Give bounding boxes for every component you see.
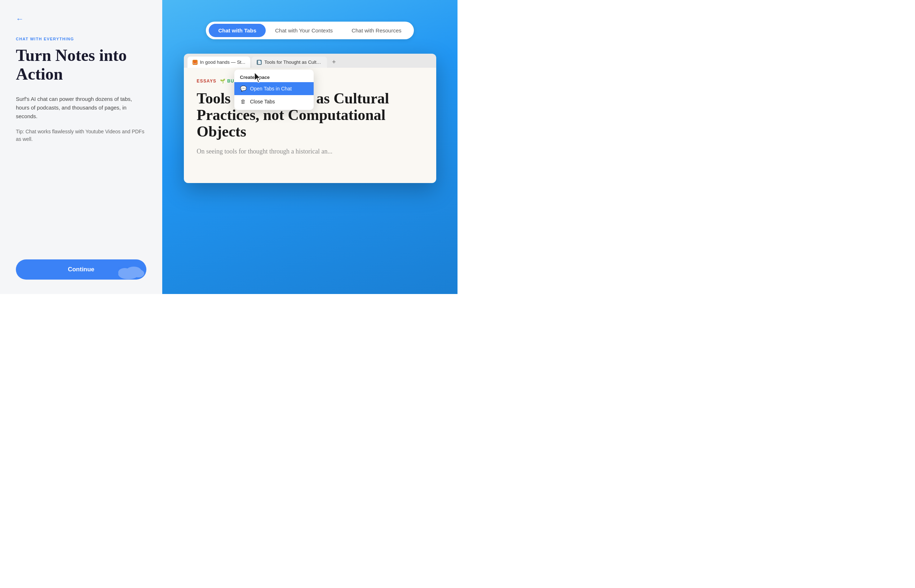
context-menu: Create Space 💬 Open Tabs in Chat 🗑 Close… — [234, 69, 314, 110]
description-text: Surf's AI chat can power through dozens … — [16, 95, 146, 121]
browser-window: 🦊 In good hands — St... 📄 Tools for Thou… — [184, 54, 436, 183]
tab-chat-contexts[interactable]: Chat with Your Contexts — [266, 24, 342, 37]
browser-tab-1[interactable]: 📄 Tools for Thought as Cultural Practi..… — [252, 57, 327, 68]
firefox-tab-icon: 🦊 — [193, 60, 198, 65]
trash-icon: 🗑 — [240, 99, 246, 105]
back-button[interactable]: ← — [16, 15, 24, 24]
chat-bubble-icon: 💬 — [240, 86, 246, 92]
tab-switcher: Chat with Tabs Chat with Your Contexts C… — [206, 22, 413, 39]
cloud-decoration-icon — [118, 262, 146, 279]
context-menu-item-label-0: Open Tabs in Chat — [250, 86, 292, 92]
continue-button[interactable]: Continue — [16, 259, 146, 279]
section-label: CHAT WITH EVERYTHING — [16, 37, 146, 41]
tab-chat-tabs[interactable]: Chat with Tabs — [209, 24, 266, 37]
essay-label: ESSAYS — [197, 79, 217, 84]
tab-chat-resources[interactable]: Chat with Resources — [342, 24, 411, 37]
new-tab-button[interactable]: + — [329, 58, 338, 67]
right-panel: Chat with Tabs Chat with Your Contexts C… — [162, 0, 458, 294]
seedling-icon: 🌱 — [220, 79, 226, 84]
svg-point-3 — [133, 270, 144, 278]
article-subtitle: On seeing tools for thought through a hi… — [197, 147, 423, 157]
left-panel: ← CHAT WITH EVERYTHING Turn Notes into A… — [0, 0, 162, 294]
context-menu-header: Create Space — [234, 72, 314, 82]
main-title: Turn Notes into Action — [16, 46, 146, 83]
context-menu-item-label-1: Close Tabs — [250, 99, 275, 105]
context-menu-item-close-tabs[interactable]: 🗑 Close Tabs — [234, 95, 314, 108]
browser-tab-label-1: Tools for Thought as Cultural Practi... — [264, 60, 322, 65]
doc-tab-icon: 📄 — [257, 60, 262, 65]
browser-tab-label-0: In good hands — St... — [200, 60, 246, 65]
browser-tabs-bar: 🦊 In good hands — St... 📄 Tools for Thou… — [184, 54, 436, 68]
context-menu-item-open-tabs[interactable]: 💬 Open Tabs in Chat — [234, 82, 314, 95]
browser-tab-0[interactable]: 🦊 In good hands — St... — [188, 57, 251, 68]
tip-text: Tip: Chat works flawlessly with Youtube … — [16, 128, 146, 143]
